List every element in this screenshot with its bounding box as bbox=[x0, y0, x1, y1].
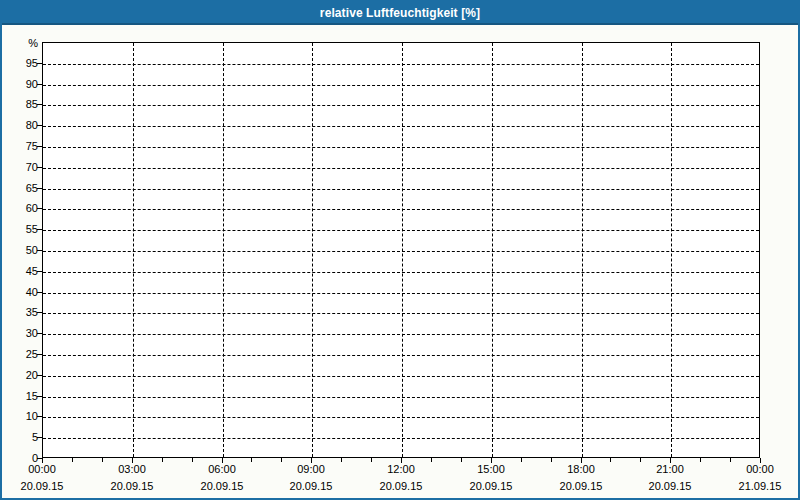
x-grid-line bbox=[492, 43, 493, 457]
y-tick-label: 35 bbox=[2, 306, 38, 318]
y-grid-line bbox=[43, 64, 759, 65]
y-tick-label: 45 bbox=[2, 265, 38, 277]
x-grid-line bbox=[582, 43, 583, 457]
y-grid-line bbox=[43, 272, 759, 273]
y-grid-line bbox=[43, 126, 759, 127]
y-tick-label: 5 bbox=[2, 431, 38, 443]
x-grid-line bbox=[402, 43, 403, 457]
x-tick bbox=[162, 458, 163, 462]
x-tick-date-label: 20.09.15 bbox=[369, 480, 433, 493]
x-tick bbox=[700, 458, 701, 462]
x-tick bbox=[610, 458, 611, 462]
y-grid-line bbox=[43, 293, 759, 294]
axes-layer: 05101520253035404550556065707580859095%0… bbox=[2, 2, 798, 498]
x-tick-date-label: 20.09.15 bbox=[279, 480, 343, 493]
x-tick bbox=[102, 458, 103, 462]
x-tick bbox=[192, 458, 193, 462]
y-tick-label: 10 bbox=[2, 410, 38, 422]
y-tick-label: 85 bbox=[2, 98, 38, 110]
y-tick-label: 70 bbox=[2, 161, 38, 173]
y-tick-label: 90 bbox=[2, 78, 38, 90]
y-grid-line bbox=[43, 313, 759, 314]
y-tick-label: 75 bbox=[2, 140, 38, 152]
x-tick bbox=[431, 458, 432, 462]
y-grid-line bbox=[43, 438, 759, 439]
x-tick bbox=[551, 458, 552, 462]
y-grid-line bbox=[43, 189, 759, 190]
y-grid-line bbox=[43, 230, 759, 231]
y-tick-label: 15 bbox=[2, 390, 38, 402]
x-tick bbox=[281, 458, 282, 462]
x-tick-time-label: 03:00 bbox=[100, 463, 164, 476]
x-grid-line bbox=[671, 43, 672, 457]
x-grid-line bbox=[133, 43, 134, 457]
y-grid-line bbox=[43, 417, 759, 418]
x-grid-line bbox=[223, 43, 224, 457]
y-tick-label: 20 bbox=[2, 369, 38, 381]
y-tick-label: 25 bbox=[2, 348, 38, 360]
y-grid-line bbox=[43, 105, 759, 106]
y-tick-label: 65 bbox=[2, 182, 38, 194]
x-tick-time-label: 12:00 bbox=[369, 463, 433, 476]
x-tick-date-label: 20.09.15 bbox=[549, 480, 613, 493]
y-grid-line bbox=[43, 334, 759, 335]
x-tick-time-label: 21:00 bbox=[638, 463, 702, 476]
y-tick-label: 30 bbox=[2, 327, 38, 339]
x-tick bbox=[251, 458, 252, 462]
x-tick bbox=[461, 458, 462, 462]
x-tick bbox=[521, 458, 522, 462]
x-tick bbox=[640, 458, 641, 462]
x-tick-date-label: 20.09.15 bbox=[10, 480, 74, 493]
x-tick bbox=[341, 458, 342, 462]
y-tick-label: 50 bbox=[2, 244, 38, 256]
x-tick bbox=[371, 458, 372, 462]
x-tick-date-label: 20.09.15 bbox=[100, 480, 164, 493]
x-tick-time-label: 18:00 bbox=[549, 463, 613, 476]
x-tick bbox=[730, 458, 731, 462]
x-grid-line bbox=[312, 43, 313, 457]
y-grid-line bbox=[43, 168, 759, 169]
y-grid-line bbox=[43, 85, 759, 86]
x-tick-date-label: 20.09.15 bbox=[190, 480, 254, 493]
x-tick-time-label: 00:00 bbox=[10, 463, 74, 476]
x-tick-time-label: 09:00 bbox=[279, 463, 343, 476]
x-tick-time-label: 00:00 bbox=[728, 463, 792, 476]
x-tick-date-label: 21.09.15 bbox=[728, 480, 792, 493]
y-tick-label: 60 bbox=[2, 202, 38, 214]
x-tick-date-label: 20.09.15 bbox=[638, 480, 702, 493]
chart-window: relative Luftfeuchtigkeit [%] 0510152025… bbox=[0, 0, 800, 500]
y-tick-label: 40 bbox=[2, 286, 38, 298]
x-tick bbox=[72, 458, 73, 462]
y-tick-label: 80 bbox=[2, 119, 38, 131]
y-grid-line bbox=[43, 147, 759, 148]
y-axis-unit-label: % bbox=[2, 37, 38, 49]
x-tick-time-label: 15:00 bbox=[459, 463, 523, 476]
y-grid-line bbox=[43, 251, 759, 252]
y-tick-label: 95 bbox=[2, 57, 38, 69]
y-grid-line bbox=[43, 209, 759, 210]
x-tick-time-label: 06:00 bbox=[190, 463, 254, 476]
plot-area bbox=[42, 42, 760, 458]
x-tick-date-label: 20.09.15 bbox=[459, 480, 523, 493]
y-tick-label: 55 bbox=[2, 223, 38, 235]
y-grid-line bbox=[43, 376, 759, 377]
y-grid-line bbox=[43, 355, 759, 356]
y-grid-line bbox=[43, 397, 759, 398]
